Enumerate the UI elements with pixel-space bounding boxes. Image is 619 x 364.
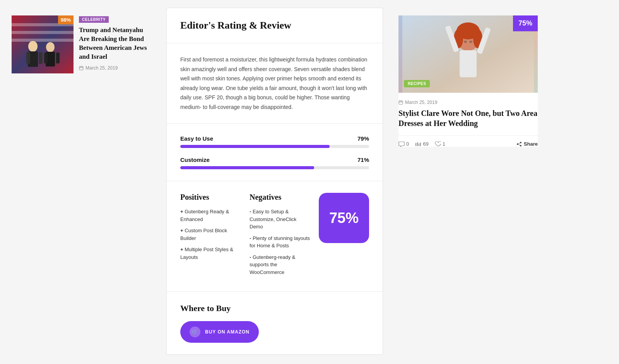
article-card-date: March 25, 2019	[79, 65, 151, 71]
svg-rect-30	[416, 143, 416, 146]
svg-point-8	[46, 42, 55, 52]
right-article-body: March 25, 2019 Stylist Clare Wore Not On…	[398, 93, 538, 147]
heart-icon	[435, 141, 441, 147]
rating-customize-bar-bg	[180, 166, 369, 169]
right-article-date: March 25, 2019	[398, 100, 538, 105]
article-card-body: CELEBRITY Trump and Netanyahu Are Breaki…	[79, 15, 151, 71]
cart-icon: 🛒	[190, 327, 200, 337]
svg-rect-21	[460, 50, 477, 77]
con-item-1: Easy to Setup & Customize, OneClick Demo	[250, 208, 311, 231]
likes-count: 1	[443, 141, 445, 147]
article-date-text: March 25, 2019	[85, 65, 118, 71]
svg-line-38	[518, 145, 520, 145]
right-article-title: Stylist Clare Wore Not One, but Two Area…	[398, 108, 538, 128]
cons-col: Negatives Easy to Setup & Customize, One…	[250, 193, 311, 280]
right-score-badge: 75%	[513, 15, 538, 31]
positives-title: Positives	[180, 193, 242, 202]
comment-icon	[398, 141, 405, 147]
article-image-wrap: 98%	[12, 15, 74, 73]
pros-col: Positives Gutenberg Ready & Enhanced Cus…	[180, 193, 242, 265]
rating-easy-percent: 79%	[357, 135, 369, 142]
rating-easy-to-use: Easy to Use 79%	[180, 135, 369, 148]
pro-item-3: Multiple Post Styles & Layouts	[180, 246, 242, 261]
left-sidebar: 98% CELEBRITY Trump and Netanyahu Are Br…	[0, 8, 162, 81]
rating-customize-percent: 71%	[357, 156, 369, 163]
comments-count: 0	[406, 141, 409, 147]
pros-cons-section: Positives Gutenberg Ready & Enhanced Cus…	[167, 181, 383, 292]
ratings-section: Easy to Use 79% Customize 71%	[167, 124, 383, 181]
buy-title: Where to Buy	[180, 303, 369, 313]
right-category-tag: RECIPES	[404, 80, 430, 87]
svg-point-25	[469, 41, 472, 43]
article-card-title: Trump and Netanyahu Are Breaking the Bon…	[79, 26, 151, 61]
pro-item-1: Gutenberg Ready & Enhanced	[180, 208, 242, 223]
negatives-title: Negatives	[250, 193, 311, 202]
overall-score-text: 75%	[329, 210, 359, 226]
svg-rect-7	[39, 52, 43, 64]
rating-customize-header: Customize 71%	[180, 156, 369, 163]
right-date-text: March 25, 2019	[405, 100, 437, 105]
article-score-badge: 98%	[58, 15, 74, 24]
svg-rect-3	[12, 39, 74, 42]
svg-point-34	[520, 142, 522, 143]
con-item-2: Plenty of stunning layouts for Home & Po…	[250, 235, 311, 250]
svg-point-4	[28, 41, 38, 52]
overall-score-circle: 75%	[319, 193, 369, 243]
svg-rect-12	[79, 66, 83, 70]
right-article-meta: 0 69	[398, 135, 538, 147]
svg-rect-6	[26, 52, 30, 64]
share-label: Share	[524, 141, 538, 147]
article-category-tag: CELEBRITY	[79, 16, 109, 23]
review-title-section: Editor's Rating & Review	[167, 8, 383, 43]
con-item-3: Gutenberg-ready & supports the WooCommer…	[250, 253, 311, 276]
right-image-wrap: 75% RECIPES	[398, 15, 538, 93]
rating-easy-label: Easy to Use	[180, 135, 213, 142]
svg-rect-11	[56, 53, 60, 63]
rating-easy-bar-fill	[180, 145, 330, 148]
svg-rect-33	[420, 143, 421, 146]
right-article-card: 75% RECIPES March 25, 2019 Stylist Clare…	[398, 15, 538, 147]
rating-easy-bar-bg	[180, 145, 369, 148]
rating-customize-label: Customize	[180, 156, 210, 163]
share-icon	[516, 142, 522, 146]
rating-customize-bar-fill	[180, 166, 314, 169]
views-meta: 69	[415, 141, 428, 147]
svg-rect-32	[419, 143, 419, 146]
buy-amazon-button[interactable]: 🛒 BUY ON AMAZON	[180, 321, 259, 343]
pros-cons-grid: Positives Gutenberg Ready & Enhanced Cus…	[180, 193, 369, 280]
share-button[interactable]: Share	[516, 141, 538, 147]
svg-rect-26	[399, 101, 403, 104]
svg-rect-31	[417, 142, 418, 146]
review-body-text: First and foremost a moisturizer, this l…	[180, 55, 369, 112]
svg-point-24	[464, 41, 467, 43]
review-title: Editor's Rating & Review	[180, 20, 369, 31]
svg-point-35	[520, 145, 522, 146]
page-layout: 98% CELEBRITY Trump and Netanyahu Are Br…	[0, 0, 619, 364]
views-icon	[415, 142, 421, 146]
right-calendar-icon	[398, 100, 403, 105]
buy-section: Where to Buy 🛒 BUY ON AMAZON	[167, 292, 383, 354]
buy-button-label: BUY ON AMAZON	[205, 329, 250, 335]
likes-meta: 1	[435, 141, 445, 147]
svg-rect-10	[44, 53, 48, 63]
svg-point-36	[517, 143, 518, 145]
pro-item-2: Custom Post Block Builder	[180, 227, 242, 242]
review-card: Editor's Rating & Review First and forem…	[166, 8, 383, 355]
svg-line-37	[518, 143, 520, 144]
views-count: 69	[423, 141, 428, 147]
calendar-icon	[79, 66, 84, 70]
svg-rect-2	[12, 31, 74, 34]
review-body-section: First and foremost a moisturizer, this l…	[167, 43, 383, 124]
main-content: Editor's Rating & Review First and forem…	[162, 8, 387, 355]
rating-easy-header: Easy to Use 79%	[180, 135, 369, 142]
right-sidebar: 75% RECIPES March 25, 2019 Stylist Clare…	[387, 8, 549, 155]
rating-customize: Customize 71%	[180, 156, 369, 169]
left-article-card: 98% CELEBRITY Trump and Netanyahu Are Br…	[12, 15, 151, 73]
comments-meta: 0	[398, 141, 409, 147]
